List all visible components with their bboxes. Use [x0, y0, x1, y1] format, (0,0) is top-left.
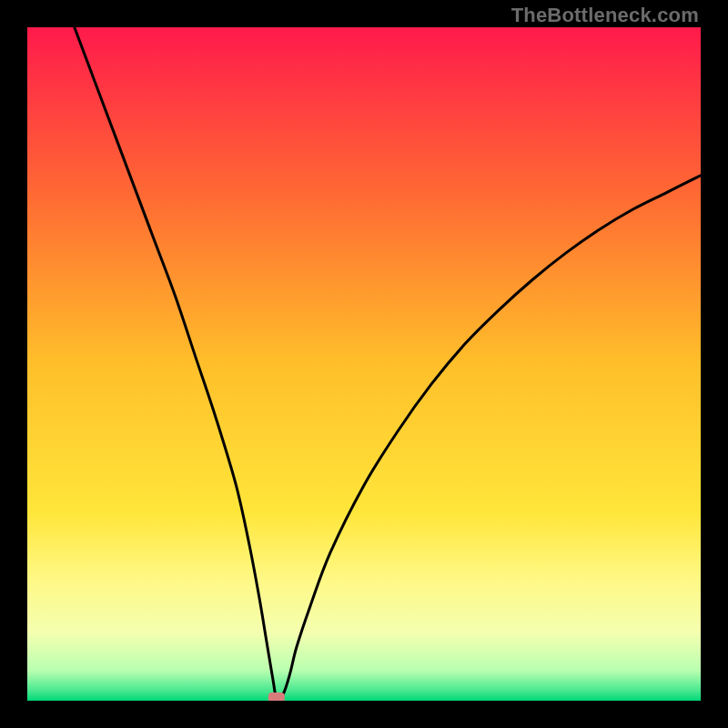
gradient-background	[27, 27, 701, 701]
minimum-marker	[268, 693, 285, 701]
chart-container: TheBottleneck.com	[0, 0, 728, 728]
plot-outer	[27, 27, 701, 701]
watermark-text: TheBottleneck.com	[511, 4, 699, 27]
plot-area	[27, 27, 701, 701]
